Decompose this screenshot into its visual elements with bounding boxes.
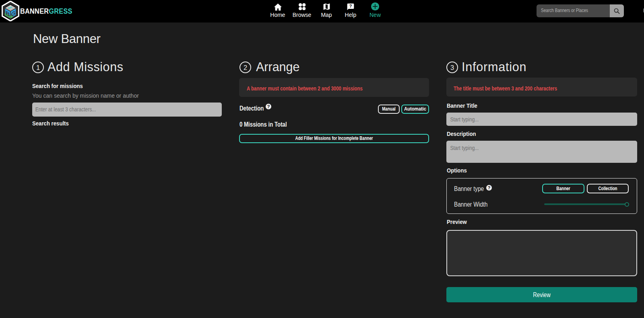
svg-text:?: ? <box>349 4 352 8</box>
